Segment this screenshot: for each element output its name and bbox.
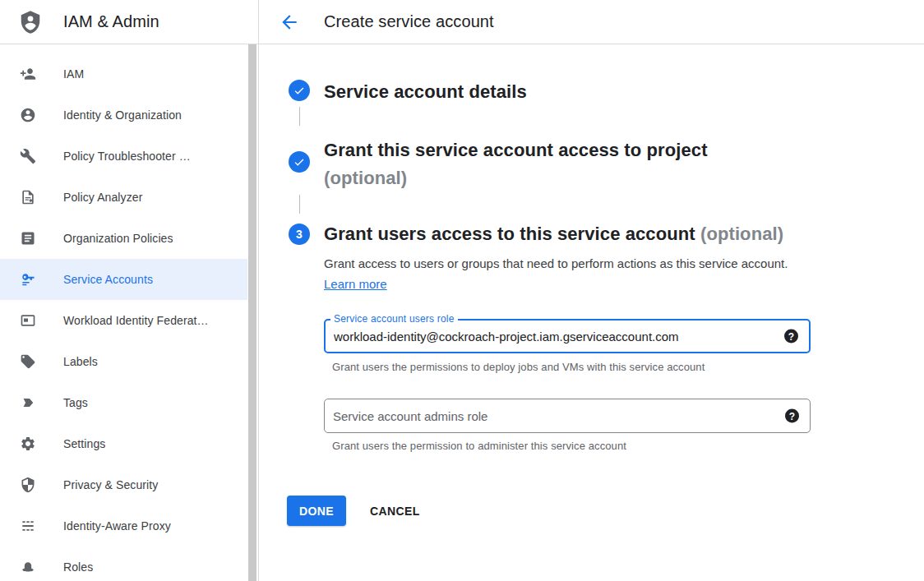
users-role-helper-text: Grant users the permissions to deploy jo… xyxy=(332,361,705,373)
step2-title: Grant this service account access to pro… xyxy=(324,136,708,192)
tag-arrow-icon xyxy=(20,394,36,411)
step1-check-icon xyxy=(289,80,310,101)
sidebar-item-label: Roles xyxy=(63,560,93,574)
policy-analyzer-icon xyxy=(20,189,36,205)
sidebar-item-policy-troubleshooter[interactable]: Policy Troubleshooter … xyxy=(0,136,248,177)
service-account-key-icon xyxy=(20,271,36,288)
account-circle-icon xyxy=(20,107,36,123)
iam-shield-logo-icon xyxy=(18,9,43,35)
sidebar-item-iam[interactable]: IAM xyxy=(0,53,248,95)
sidebar-item-label: Identity & Organization xyxy=(63,108,182,122)
sidebar-item-label: Labels xyxy=(63,355,98,368)
sidebar-item-policy-analyzer[interactable]: Policy Analyzer xyxy=(0,177,248,218)
step-connector xyxy=(299,195,300,214)
users-role-help-icon[interactable] xyxy=(784,330,798,344)
admins-role-helper-text: Grant users the permission to administer… xyxy=(332,440,626,452)
sidebar-item-label: Organization Policies xyxy=(63,232,173,245)
wrench-icon xyxy=(20,148,36,164)
cancel-button[interactable]: CANCEL xyxy=(363,496,427,526)
shield-half-icon xyxy=(20,477,36,493)
sidebar-item-settings[interactable]: Settings xyxy=(0,423,248,464)
label-tag-icon xyxy=(20,353,36,370)
step3-number-badge: 3 xyxy=(289,224,310,245)
sidebar-item-label: Service Accounts xyxy=(63,273,153,286)
sidebar-item-label: Workload Identity Federat… xyxy=(63,314,209,327)
sidebar-item-privacy-security[interactable]: Privacy & Security xyxy=(0,464,248,505)
sidebar-scrollbar[interactable] xyxy=(247,44,257,581)
hat-icon xyxy=(20,559,36,575)
back-arrow-icon[interactable] xyxy=(278,11,301,34)
sidebar-item-label: Settings xyxy=(63,437,105,450)
sidebar-item-label: Privacy & Security xyxy=(63,478,158,491)
step2-optional-label: (optional) xyxy=(324,164,708,192)
scrollbar-thumb[interactable] xyxy=(248,44,256,581)
learn-more-link[interactable]: Learn more xyxy=(324,277,387,291)
sidebar-item-label: IAM xyxy=(63,67,84,81)
sidebar-item-label: Policy Troubleshooter … xyxy=(63,150,191,163)
sidebar-item-identity-aware-proxy[interactable]: Identity-Aware Proxy xyxy=(0,505,248,546)
sidebar-item-label: Identity-Aware Proxy xyxy=(63,519,171,533)
done-button[interactable]: DONE xyxy=(287,496,346,526)
admins-role-help-icon[interactable] xyxy=(785,409,799,423)
gear-icon xyxy=(20,436,36,452)
app-window: IAM & Admin Create service account IAM I… xyxy=(0,0,924,581)
sidebar-nav: IAM Identity & Organization Policy Troub… xyxy=(0,44,259,581)
users-role-input[interactable] xyxy=(326,320,769,352)
step3-title: Grant users access to this service accou… xyxy=(324,224,783,245)
admins-role-input[interactable] xyxy=(325,399,770,432)
proxy-icon xyxy=(20,518,36,534)
sidebar-item-tags[interactable]: Tags xyxy=(0,382,248,423)
step3-description: Grant access to users or groups that nee… xyxy=(324,253,792,294)
sidebar-item-organization-policies[interactable]: Organization Policies xyxy=(0,218,248,259)
page-header: Create service account xyxy=(259,0,924,44)
sidebar-item-labels[interactable]: Labels xyxy=(0,341,248,382)
service-account-users-role-field: Service account users role xyxy=(324,319,811,353)
step1-title: Service account details xyxy=(324,81,527,103)
person-add-icon xyxy=(20,66,36,82)
step2-check-icon xyxy=(289,151,310,173)
sidebar-item-label: Tags xyxy=(63,396,88,409)
page-title: Create service account xyxy=(324,12,494,31)
sidebar-item-workload-identity-federation[interactable]: Workload Identity Federat… xyxy=(0,300,248,341)
step3-optional-label: (optional) xyxy=(700,224,783,244)
document-lines-icon xyxy=(20,230,36,247)
sidebar-item-identity-organization[interactable]: Identity & Organization xyxy=(0,95,248,136)
create-service-account-form: Service account details Grant this servi… xyxy=(259,44,924,581)
product-title: IAM & Admin xyxy=(63,12,159,31)
sidebar-item-roles[interactable]: Roles xyxy=(0,546,248,581)
sidebar-item-service-accounts[interactable]: Service Accounts xyxy=(0,259,248,300)
service-account-admins-role-field xyxy=(324,399,811,433)
step-connector xyxy=(299,107,300,126)
sidebar-item-label: Policy Analyzer xyxy=(63,191,142,204)
sidebar-header: IAM & Admin xyxy=(0,0,259,44)
card-icon xyxy=(20,312,36,329)
